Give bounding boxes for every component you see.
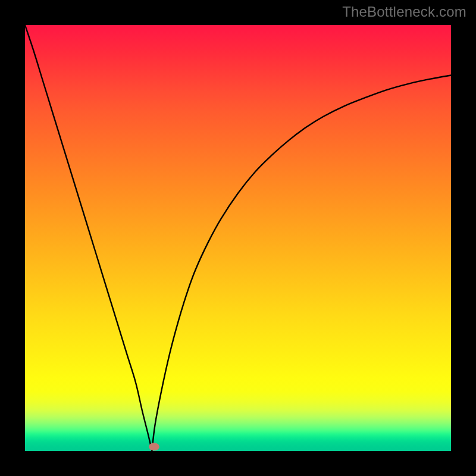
plot-area (25, 25, 451, 451)
curve-right-branch (152, 75, 451, 451)
bottleneck-curve (25, 25, 451, 451)
chart-frame: TheBottleneck.com (0, 0, 476, 476)
watermark-text: TheBottleneck.com (342, 4, 466, 20)
curve-left-branch (25, 25, 152, 451)
optimum-marker (149, 443, 159, 450)
